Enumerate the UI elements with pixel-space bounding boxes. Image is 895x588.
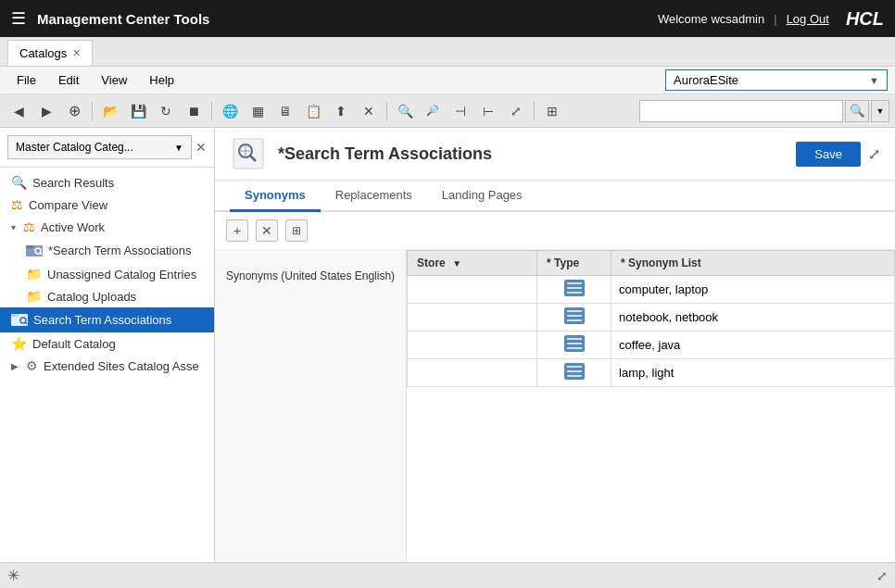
synonyms-group-label: Synonyms (United States English) <box>215 250 407 563</box>
menu-edit[interactable]: Edit <box>49 70 88 90</box>
synonym-cell-3[interactable] <box>611 359 895 387</box>
sidebar-item-extended-sites[interactable]: ▶ ⚙ Extended Sites Catalog Asse <box>0 355 214 377</box>
top-bar-right: Welcome wcsadmin | Log Out HCL <box>658 8 884 30</box>
spinner-icon: ✳ <box>7 567 19 584</box>
menu-view[interactable]: View <box>92 70 136 90</box>
sidebar-item-search-results[interactable]: 🔍 Search Results <box>0 171 214 194</box>
split-right-button[interactable]: ⊢ <box>475 99 501 123</box>
filter-button[interactable]: ⊞ <box>539 99 565 123</box>
sidebar-item-search-term-assoc[interactable]: Search Term Associations <box>0 307 214 332</box>
save-button[interactable]: Save <box>796 142 861 167</box>
type-icon-1 <box>564 313 585 327</box>
sidebar-item-catalog-uploads[interactable]: 📁 Catalog Uploads <box>0 285 214 307</box>
open-button[interactable]: 📂 <box>97 99 123 123</box>
sidebar-item-compare-view[interactable]: ⚖ Compare View <box>0 194 214 216</box>
synonym-cell-0[interactable] <box>611 276 895 304</box>
table-container: Synonyms (United States English) <box>215 250 895 563</box>
catalogs-tab-close[interactable]: ✕ <box>72 47 81 59</box>
synonym-input-2[interactable] <box>619 338 887 352</box>
search-icon: 🔍 <box>850 104 865 118</box>
expand-icon[interactable]: ⤢ <box>868 145 880 163</box>
menu-file[interactable]: File <box>7 70 45 90</box>
sidebar-unassigned-label: Unassigned Catalog Entries <box>47 268 196 281</box>
add-button[interactable]: ⊕ <box>61 99 87 123</box>
separator-3 <box>386 102 387 120</box>
status-expand-button[interactable]: ⤢ <box>876 569 888 583</box>
menu-help[interactable]: Help <box>140 70 183 90</box>
search-icon: 🔍 <box>11 175 27 190</box>
extended-sites-icon: ⚙ <box>26 358 38 373</box>
logout-link[interactable]: Log Out <box>787 12 829 26</box>
sidebar-item-unassigned[interactable]: 📁 Unassigned Catalog Entries <box>0 263 214 285</box>
folder-upload-icon: 📁 <box>26 289 42 304</box>
welcome-text: Welcome wcsadmin <box>658 12 764 26</box>
catalogs-tab[interactable]: Catalogs ✕ <box>7 40 93 66</box>
sidebar-catalog-dropdown[interactable]: Master Catalog Categ... ▼ <box>7 135 192 159</box>
refresh-button[interactable]: ↻ <box>153 99 179 123</box>
search-input[interactable] <box>639 100 843 122</box>
save-toolbar-button[interactable]: 💾 <box>125 99 151 123</box>
forward-button[interactable]: ▶ <box>33 99 59 123</box>
tab-synonyms[interactable]: Synonyms <box>230 181 321 212</box>
content-header: *Search Term Associations Save ⤢ <box>215 128 895 181</box>
delete-row-button[interactable]: ✕ <box>256 219 278 242</box>
delete-button[interactable]: ✕ <box>356 99 382 123</box>
tab-landing-pages[interactable]: Landing Pages <box>427 181 537 212</box>
synonym-cell-1[interactable] <box>611 304 895 332</box>
sidebar-item-default-catalog[interactable]: ⭐ Default Catalog <box>0 332 214 355</box>
sidebar-extended-sites-label: Extended Sites Catalog Asse <box>44 359 199 373</box>
active-work-icon: ⚖ <box>23 219 35 234</box>
content-area: *Search Term Associations Save ⤢ Synonym… <box>215 128 895 588</box>
hamburger-icon[interactable]: ☰ <box>11 8 26 29</box>
search-button[interactable]: 🔍 <box>845 100 869 122</box>
grid-button[interactable]: ▦ <box>245 99 271 123</box>
status-bar: ✳ ⤢ <box>0 562 895 588</box>
synonym-input-3[interactable] <box>619 366 887 380</box>
tab-replacements[interactable]: Replacements <box>321 181 427 212</box>
zoom-out-button[interactable]: 🔍 <box>392 99 418 123</box>
expand-button[interactable]: ⤢ <box>503 99 529 123</box>
table-row <box>408 304 895 332</box>
store-cell-2 <box>408 332 537 359</box>
content-tabs: Synonyms Replacements Landing Pages <box>215 181 895 212</box>
sidebar-default-catalog-label: Default Catalog <box>32 337 116 351</box>
sidebar-item-sta-child[interactable]: *Search Term Associations <box>0 238 214 263</box>
globe-button[interactable]: 🌐 <box>217 99 243 123</box>
sidebar-close-button[interactable]: ✕ <box>195 140 207 155</box>
store-dropdown[interactable]: AuroraESite ▼ <box>665 69 888 91</box>
upload-button[interactable]: ⬆ <box>328 99 354 123</box>
copy-button[interactable]: 📋 <box>300 99 326 123</box>
type-column-header: * Type <box>537 251 611 276</box>
monitor-button[interactable]: 🖥 <box>272 99 298 123</box>
columns-button[interactable]: ⊞ <box>285 219 308 242</box>
store-label: AuroraESite <box>674 73 738 87</box>
split-left-button[interactable]: ⊣ <box>448 99 473 123</box>
add-row-button[interactable]: + <box>226 219 248 242</box>
sidebar: Master Catalog Categ... ▼ ✕ 🔍 Search Res… <box>0 128 215 588</box>
store-sort-icon[interactable]: ▼ <box>452 258 461 269</box>
synonym-input-1[interactable] <box>619 310 887 324</box>
synonym-input-0[interactable] <box>619 282 887 296</box>
search-dropdown-button[interactable]: ▼ <box>871 100 889 122</box>
main-layout: Master Catalog Categ... ▼ ✕ 🔍 Search Res… <box>0 128 895 588</box>
svg-rect-1 <box>26 245 33 248</box>
folder-dark-icon: 📁 <box>26 267 42 281</box>
sidebar-sta-label: Search Term Associations <box>33 313 171 327</box>
expand-icon: ▾ <box>11 222 16 232</box>
table-scroll[interactable]: Store ▼ * Type * Synonym List <box>407 250 895 563</box>
header-actions: Save ⤢ <box>796 142 880 167</box>
store-arrow: ▼ <box>869 75 879 86</box>
back-button[interactable]: ◀ <box>6 99 32 123</box>
sidebar-item-active-work[interactable]: ▾ ⚖ Active Work <box>0 216 214 238</box>
folder-search-child-icon <box>26 242 43 259</box>
store-cell-3 <box>408 359 537 387</box>
synonym-cell-2[interactable] <box>611 332 895 359</box>
default-catalog-icon: ⭐ <box>11 336 27 351</box>
table-header: Store ▼ * Type * Synonym List <box>408 251 895 276</box>
content-title-area: *Search Term Associations <box>230 135 492 172</box>
type-icon-3 <box>564 369 585 382</box>
zoom-button2[interactable]: 🔎 <box>420 99 446 123</box>
separator-4 <box>534 102 535 120</box>
hcl-logo: HCL <box>846 8 884 30</box>
stop-button[interactable]: ⏹ <box>181 99 207 123</box>
